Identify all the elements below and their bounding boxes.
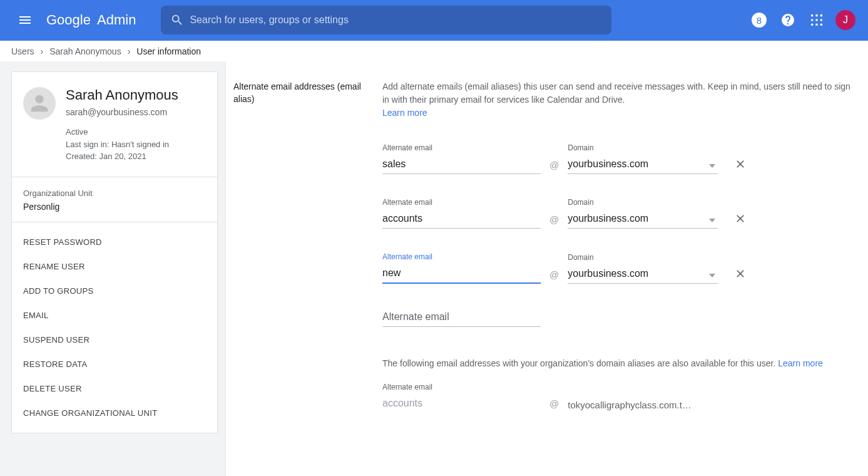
- svg-point-4: [815, 19, 818, 21]
- rename-user-button[interactable]: RENAME USER: [12, 254, 217, 279]
- alias-email-label: Alternate email: [382, 252, 541, 261]
- user-created: Created: Jan 20, 2021: [66, 150, 178, 163]
- updates-badge: 8: [752, 13, 767, 28]
- dropdown-icon: [709, 164, 715, 168]
- updates-button[interactable]: 8: [747, 8, 772, 33]
- user-status: Active: [66, 126, 178, 138]
- alias-domain-label: Domain: [568, 143, 718, 152]
- user-summary: Sarah Anonymous sarah@yourbusiness.com A…: [12, 72, 217, 177]
- logo-google: Google: [46, 12, 91, 28]
- help-icon: [780, 13, 795, 28]
- alias-email-label: Alternate email: [382, 198, 541, 207]
- org-unit-label: Organizational Unit: [23, 189, 206, 198]
- breadcrumb-users[interactable]: Users: [11, 46, 34, 56]
- close-icon: [734, 267, 747, 280]
- alias-email-field: Alternate email: [382, 198, 541, 229]
- alias-email-input[interactable]: [382, 210, 541, 229]
- dropdown-icon: [709, 274, 715, 277]
- header-actions: 8 J: [747, 8, 858, 33]
- dropdown-icon: [709, 219, 715, 222]
- chevron-right-icon: ›: [128, 46, 131, 56]
- search-icon: [165, 8, 190, 33]
- change-ou-button[interactable]: CHANGE ORGANIZATIONAL UNIT: [12, 401, 217, 425]
- add-to-groups-button[interactable]: ADD TO GROUPS: [12, 279, 217, 303]
- domain-alias-row: Alternate email @ tokyocalligraphyclass.…: [382, 383, 857, 413]
- svg-point-7: [815, 24, 818, 26]
- app-header: Google Admin 8 J: [0, 0, 868, 40]
- svg-point-2: [820, 14, 823, 17]
- breadcrumb-user[interactable]: Sarah Anonymous: [49, 46, 121, 56]
- breadcrumb-current: User information: [136, 46, 201, 56]
- org-unit-block: Organizational Unit Personlig: [12, 177, 217, 222]
- main-panel: Alternate email addresses (email alias) …: [225, 61, 868, 476]
- at-symbol: @: [549, 398, 559, 413]
- alias-email-label: Alternate email: [382, 383, 541, 391]
- alias-domain-select[interactable]: [568, 266, 718, 284]
- user-avatar-icon: [23, 87, 56, 120]
- user-sidebar: Sarah Anonymous sarah@yourbusiness.com A…: [11, 71, 218, 433]
- account-button[interactable]: J: [833, 8, 858, 33]
- alias-email-field: Alternate email: [382, 252, 541, 284]
- alias-domain-label: Domain: [568, 253, 718, 262]
- alias-email-input[interactable]: [382, 265, 541, 284]
- section-description: Add alternate emails (email aliases) thi…: [382, 80, 857, 120]
- search-input[interactable]: [190, 14, 608, 26]
- svg-point-0: [811, 14, 814, 17]
- logo-admin: Admin: [97, 12, 136, 28]
- section-title: Alternate email addresses (email alias): [233, 80, 382, 413]
- alias-domain-select[interactable]: [568, 210, 718, 229]
- user-actions: RESET PASSWORD RENAME USER ADD TO GROUPS…: [12, 222, 217, 433]
- svg-point-6: [811, 24, 814, 26]
- user-name: Sarah Anonymous: [66, 87, 178, 103]
- at-symbol: @: [549, 269, 559, 284]
- apps-button[interactable]: [804, 8, 829, 33]
- org-unit-value: Personlig: [23, 202, 206, 212]
- svg-point-8: [820, 24, 823, 26]
- svg-point-1: [815, 14, 818, 17]
- alias-row: Alternate email @ Domain: [382, 198, 857, 229]
- alias-domain-field: Domain: [568, 143, 718, 174]
- hamburger-icon: [18, 13, 33, 28]
- remove-alias-button[interactable]: [733, 266, 748, 281]
- learn-more-link[interactable]: Learn more: [382, 108, 427, 118]
- search-bar[interactable]: [161, 6, 611, 34]
- apps-icon: [810, 13, 824, 27]
- remove-alias-button[interactable]: [733, 157, 748, 172]
- domain-alias-email: [382, 395, 541, 413]
- alias-email-field: Alternate email: [382, 143, 541, 174]
- alias-row: Alternate email @ Domain: [382, 143, 857, 174]
- alias-domain-field: Domain: [568, 253, 718, 284]
- domain-aliases-intro: The following email addresses with your …: [382, 357, 857, 370]
- at-symbol: @: [549, 214, 559, 229]
- close-icon: [734, 212, 747, 225]
- menu-button[interactable]: [10, 5, 40, 35]
- alias-domain-label: Domain: [568, 198, 718, 207]
- alias-row: Alternate email @ Domain: [382, 252, 857, 284]
- alias-email-input-new[interactable]: [382, 309, 541, 327]
- reset-password-button[interactable]: RESET PASSWORD: [12, 230, 217, 254]
- alias-domain-field: Domain: [568, 198, 718, 229]
- restore-data-button[interactable]: RESTORE DATA: [12, 352, 217, 376]
- domain-alias-domain: tokyocalligraphyclass.com.t…: [568, 400, 712, 413]
- account-avatar: J: [835, 10, 855, 30]
- svg-point-3: [811, 19, 814, 21]
- domain-aliases-section: The following email addresses with your …: [382, 357, 857, 413]
- breadcrumb: Users › Sarah Anonymous › User informati…: [0, 40, 868, 61]
- close-icon: [734, 158, 747, 170]
- user-email: sarah@yourbusiness.com: [66, 107, 178, 117]
- alias-domain-select[interactable]: [568, 156, 718, 174]
- user-last-signin: Last sign in: Hasn't signed in: [66, 138, 178, 151]
- alias-email-label: Alternate email: [382, 143, 541, 152]
- app-logo[interactable]: Google Admin: [46, 12, 136, 28]
- at-symbol: @: [549, 160, 559, 174]
- remove-alias-button[interactable]: [733, 211, 748, 226]
- learn-more-link[interactable]: Learn more: [778, 358, 823, 368]
- delete-user-button[interactable]: DELETE USER: [12, 376, 217, 401]
- email-button[interactable]: EMAIL: [12, 303, 217, 328]
- domain-alias-email-field: Alternate email: [382, 383, 541, 413]
- help-button[interactable]: [775, 8, 800, 33]
- chevron-right-icon: ›: [41, 46, 44, 56]
- svg-point-5: [820, 19, 823, 21]
- alias-email-input[interactable]: [382, 156, 541, 174]
- suspend-user-button[interactable]: SUSPEND USER: [12, 328, 217, 352]
